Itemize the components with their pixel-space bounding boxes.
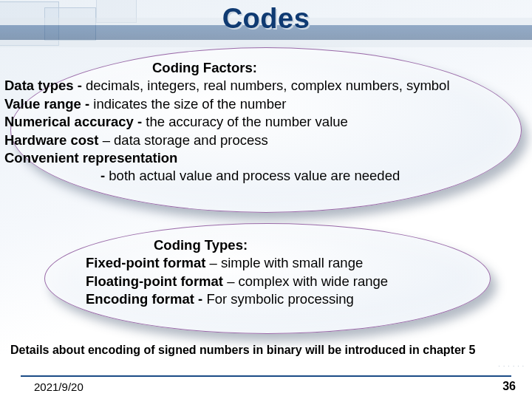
types-l1-text: – complex with wide range — [223, 273, 388, 289]
types-l2-label: Encoding format - — [86, 291, 206, 307]
types-l0-label: Fixed-point format — [86, 255, 205, 270]
slide-title: Codes — [0, 3, 532, 35]
types-l2-text: For symbolic processing — [206, 291, 353, 307]
factors-l0-label: Data types - — [4, 78, 86, 93]
factors-l5-text: both actual value and process value are … — [109, 168, 400, 183]
factors-l2-text: the accuracy of the number value — [146, 114, 348, 129]
coding-types-block: Coding Types: Fixed-point format – simpl… — [86, 236, 388, 309]
types-l1-label: Floating-point format — [86, 273, 223, 289]
footer-date: 2021/9/20 — [34, 381, 83, 393]
factors-l2-label: Numerical accuracy - — [4, 114, 146, 129]
factors-l3-text: – data storage and process — [99, 132, 268, 148]
factors-l3-label: Hardware cost — [4, 132, 99, 148]
factors-l5-dash: - — [100, 168, 109, 183]
footer-page-number: 36 — [502, 380, 516, 393]
factors-l1-text: indicates the size of the number — [93, 96, 286, 112]
decorative-ticks: · · · · · · — [499, 363, 525, 369]
details-note: Details about encoding of signed numbers… — [10, 344, 525, 357]
factors-l1-label: Value range - — [4, 96, 93, 112]
types-l0-text: – simple with small range — [205, 255, 363, 270]
types-heading: Coding Types: — [154, 236, 388, 254]
coding-factors-block: Coding Factors: Data types - decimals, i… — [4, 59, 532, 185]
footer-divider — [21, 375, 511, 377]
factors-l0-text: decimals, integers, real numbers, comple… — [86, 78, 450, 93]
factors-heading: Coding Factors: — [152, 59, 532, 77]
factors-l4-label: Convenient representation — [4, 150, 177, 166]
